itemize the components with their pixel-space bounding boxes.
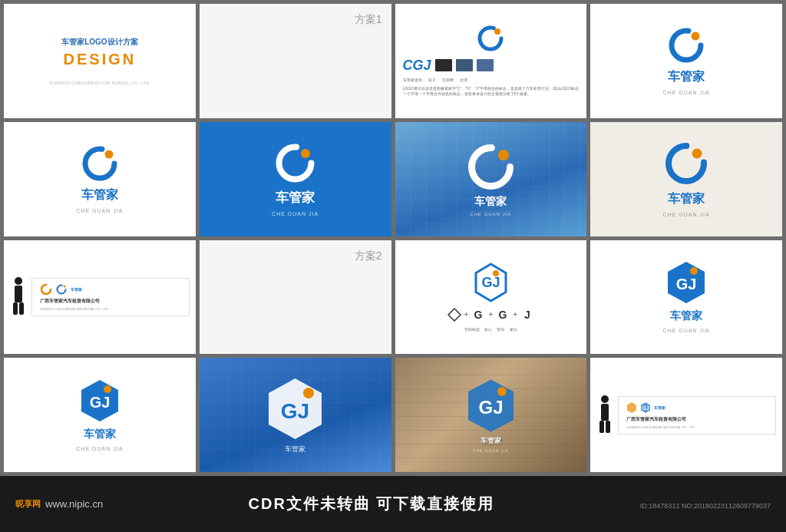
c-logo-blue-bg bbox=[274, 142, 316, 184]
card-cgj-showcase: CGJ 车管家迷你 轮子 互联网 全球 LOGO展示在这里是图像素材字"C"、"… bbox=[395, 4, 587, 118]
card-design-title: 车管家LOGO设计方案 DESIGN GUANGXI CHEGUANJIA CA… bbox=[4, 4, 196, 118]
brand-sub-beige: CHE GUAN JIA bbox=[663, 212, 710, 217]
svg-text:GJ: GJ bbox=[281, 399, 309, 423]
svg-point-7 bbox=[301, 149, 310, 158]
c-logo-beige bbox=[663, 140, 709, 187]
svg-point-3 bbox=[692, 32, 700, 41]
biz-card-content: 车管家 广西车管家汽车租赁有限公司 GUANGXI CHEGUANJIA CAR… bbox=[31, 278, 190, 316]
c-logo-building bbox=[466, 142, 516, 192]
footer-center: CDR文件未转曲 可下载直接使用 bbox=[249, 494, 495, 514]
building-hex-brand: 车管家 bbox=[285, 444, 305, 454]
svg-point-38 bbox=[601, 395, 609, 403]
svg-point-28 bbox=[690, 267, 698, 275]
c-logo-small bbox=[477, 25, 504, 52]
svg-rect-15 bbox=[19, 302, 24, 315]
subtitle-en: GUANGXI CHEGUANJIA CAR RENTAL CO., LTD bbox=[50, 81, 150, 85]
biz-company: 广西车管家汽车租赁有限公司 bbox=[40, 298, 181, 305]
card-logo-beige: 车管家 CHE GUAN JIA bbox=[590, 122, 782, 236]
svg-text:GJ: GJ bbox=[642, 405, 649, 411]
hex-logo-white-bg: GJ bbox=[80, 378, 120, 423]
person-silhouette bbox=[10, 276, 27, 318]
cgj-img-globe bbox=[477, 59, 494, 71]
hex-logo-wall: GJ bbox=[466, 378, 516, 434]
svg-point-5 bbox=[104, 150, 113, 159]
footer-logo: 昵享网 bbox=[15, 498, 41, 510]
card-logo-blue-bg: 车管家 CHE GUAN JIA bbox=[200, 122, 391, 236]
hex-logo-building-blue: GJ bbox=[266, 376, 324, 441]
card-biz-with-person: 车管家 广西车管家汽车租赁有限公司 GUANGXI CHEGUANJIA CAR… bbox=[4, 240, 196, 355]
cgj-labels: 车管家迷你 轮子 互联网 全球 bbox=[403, 78, 467, 82]
j-shape: J bbox=[520, 307, 535, 322]
card-logo-white-bg: 车管家 CHE GUAN JIA bbox=[4, 122, 196, 236]
brand-name-beige: 车管家 bbox=[668, 191, 705, 207]
brand-sub-bluebg: CHE GUAN JIA bbox=[272, 211, 319, 216]
svg-text:GJ: GJ bbox=[90, 394, 111, 411]
card-building-blue: 车管家 CHE GUAN JIA bbox=[395, 122, 587, 236]
footer-website: www.nipic.cn bbox=[45, 498, 103, 510]
biz-hex-icon bbox=[626, 401, 637, 414]
cgj-text: CGJ bbox=[403, 58, 431, 74]
biz-company-en: GUANGXI CHEGUANJIA CAR RENTAL CO., LTD bbox=[40, 307, 181, 311]
svg-text:J: J bbox=[524, 309, 530, 321]
diamond-shape bbox=[447, 307, 462, 322]
svg-rect-13 bbox=[15, 286, 22, 302]
combo-labels: 空间框架 轮心 管/G 家以 bbox=[464, 327, 517, 332]
c-logo-white bbox=[81, 144, 119, 183]
svg-marker-22 bbox=[448, 309, 461, 321]
footer-left: 昵享网 www.nipic.cn bbox=[15, 498, 103, 510]
cgj-img-internet bbox=[456, 59, 473, 71]
card-biz-hex: GJ 车管家 广西车管家汽车租赁有限公司 GUANGXI CHEGUANJIA … bbox=[590, 358, 782, 472]
hex-brand-sub: CHE GUAN JIA bbox=[663, 328, 710, 333]
person-silhouette-2 bbox=[596, 394, 613, 436]
cgj-img-wheel bbox=[435, 59, 452, 71]
svg-point-1 bbox=[494, 28, 500, 35]
brand-name-w: 车管家 bbox=[81, 187, 118, 203]
biz-card-logo2 bbox=[55, 283, 68, 296]
c-logo-blue bbox=[667, 26, 705, 64]
svg-rect-39 bbox=[601, 404, 609, 421]
wall-brand: 车管家 bbox=[481, 436, 501, 446]
card-hex-white: GJ 车管家 CHE GUAN JIA bbox=[4, 358, 196, 472]
biz-hex-icon2: GJ bbox=[640, 401, 651, 414]
building-logo: 车管家 CHE GUAN JIA bbox=[466, 142, 516, 216]
hex-logo-brand: GJ bbox=[666, 260, 706, 305]
svg-rect-41 bbox=[606, 421, 610, 433]
svg-point-18 bbox=[64, 285, 66, 287]
svg-point-31 bbox=[104, 385, 111, 393]
footer-main-text: CDR文件未转曲 可下载直接使用 bbox=[249, 495, 495, 512]
svg-marker-42 bbox=[627, 402, 636, 413]
brand-name-bluebg: 车管家 bbox=[276, 189, 315, 207]
svg-text:GJ: GJ bbox=[478, 397, 503, 418]
footer-id: ID:18478311 NO:20180223112609779037 bbox=[640, 502, 771, 510]
biz-hex-company: 广西车管家汽车租赁有限公司 bbox=[626, 416, 768, 423]
svg-text:GJ: GJ bbox=[676, 276, 697, 292]
biz-card-hex-content: GJ 车管家 广西车管家汽车租赁有限公司 GUANGXI CHEGUANJIA … bbox=[618, 396, 776, 435]
title-en: DESIGN bbox=[64, 51, 137, 68]
svg-point-21 bbox=[493, 270, 499, 276]
svg-point-9 bbox=[498, 150, 509, 160]
building-bg: 车管家 CHE GUAN JIA bbox=[395, 122, 587, 236]
footer-right: ID:18478311 NO:20180223112609779037 bbox=[640, 497, 771, 511]
card-fangan2: 方案2 bbox=[200, 240, 391, 355]
svg-point-16 bbox=[41, 285, 51, 294]
g-shape: G bbox=[471, 307, 486, 322]
svg-rect-40 bbox=[599, 421, 604, 433]
brand-name-blue: 车管家 bbox=[668, 69, 705, 85]
hex-white-brand: 车管家 bbox=[84, 428, 116, 441]
card-building-hex-blue: GJ 车管家 bbox=[200, 358, 391, 472]
svg-rect-14 bbox=[13, 302, 18, 315]
wall-logo: GJ 车管家 CHE GUAN JIA bbox=[466, 378, 516, 453]
combo-formula: + G + G + J bbox=[447, 307, 536, 322]
g2-shape: G bbox=[495, 307, 510, 322]
footer: 昵享网 www.nipic.cn CDR文件未转曲 可下载直接使用 ID:184… bbox=[0, 476, 786, 532]
card-hex-brand: GJ 车管家 CHE GUAN JIA bbox=[590, 240, 782, 355]
svg-text:G: G bbox=[474, 309, 483, 321]
wall-bg: GJ 车管家 CHE GUAN JIA bbox=[395, 358, 587, 472]
brand-sub-w: CHE GUAN JIA bbox=[76, 208, 123, 213]
cgj-description: LOGO展示在这里是图像素材字"C"、"G"、"J"字母组合的标志，是反映了汽车… bbox=[403, 86, 580, 97]
card-hex-combo: GJ + G + G + bbox=[395, 240, 587, 355]
biz-hex-company-en: GUANGXI CHEGUANJIA CAR RENTAL CO., LTD bbox=[626, 425, 768, 429]
building-hex-logo: GJ 车管家 bbox=[266, 376, 324, 454]
svg-text:G: G bbox=[499, 309, 507, 321]
hex-logo-main: GJ bbox=[474, 263, 508, 302]
